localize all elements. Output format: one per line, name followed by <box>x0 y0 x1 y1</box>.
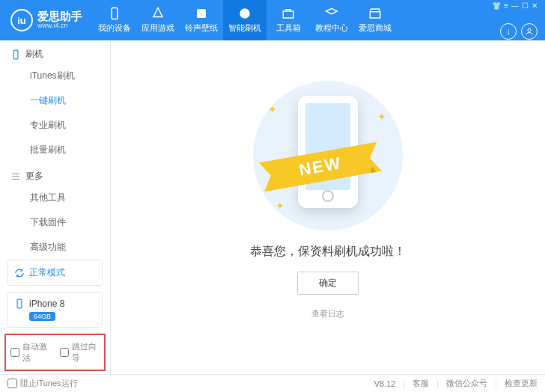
tutorial-icon <box>325 7 338 20</box>
success-illustration: ✦ ✦ ✦ NEW <box>253 81 403 230</box>
sidebar-item-pro-flash[interactable]: 专业刷机 <box>0 113 110 138</box>
logo[interactable]: iu 爱思助手 www.i4.cn <box>0 9 93 31</box>
sidebar-item-other-tools[interactable]: 其他工具 <box>0 186 110 210</box>
svg-rect-6 <box>13 50 18 59</box>
ringtone-icon <box>195 7 208 20</box>
phone-icon <box>108 7 121 20</box>
checkbox-input[interactable] <box>7 379 17 388</box>
close-icon[interactable]: ✕ <box>532 1 538 10</box>
nav-apps[interactable]: 应用游戏 <box>136 0 180 40</box>
section-title: 刷机 <box>25 48 43 61</box>
sidebar-section-more: 更多 <box>0 162 110 186</box>
wechat-link[interactable]: 微信公众号 <box>446 378 487 389</box>
version-label: V8.12 <box>374 379 396 388</box>
minimize-icon[interactable]: — <box>511 1 519 10</box>
nav-tutorial[interactable]: 教程中心 <box>310 0 353 40</box>
nav-label: 智能刷机 <box>228 22 261 34</box>
sidebar-section-flash: 刷机 <box>0 40 110 64</box>
refresh-icon <box>14 268 25 278</box>
app-name: 爱思助手 <box>37 10 82 23</box>
separator: | <box>403 379 405 388</box>
sidebar-item-advanced[interactable]: 高级功能 <box>0 235 110 254</box>
maximize-icon[interactable]: ☐ <box>522 1 529 10</box>
body: 刷机 iTunes刷机 一键刷机 专业刷机 批量刷机 更多 其他工具 下载固件 … <box>0 40 545 374</box>
flash-icon <box>238 7 252 20</box>
mode-label: 正常模式 <box>29 266 65 279</box>
header-right: 👕 ≡ — ☐ ✕ ↓ <box>492 1 545 40</box>
svg-rect-0 <box>112 8 118 19</box>
svg-rect-3 <box>283 11 293 18</box>
mode-switch[interactable]: 正常模式 <box>7 260 103 286</box>
sidebar-item-download-firmware[interactable]: 下载固件 <box>0 210 110 235</box>
ok-button[interactable]: 确定 <box>297 272 359 295</box>
section-title: 更多 <box>25 170 43 183</box>
checkbox-label: 自动激活 <box>22 341 51 364</box>
toolbox-icon <box>281 7 295 20</box>
apps-icon <box>151 7 165 20</box>
checkbox-label: 跳过向导 <box>72 341 100 364</box>
phone-icon <box>14 298 25 309</box>
skip-guide-checkbox[interactable]: 跳过向导 <box>60 341 100 364</box>
nav-label: 我的设备 <box>98 22 131 34</box>
window-controls: 👕 ≡ — ☐ ✕ <box>492 1 538 10</box>
logo-icon: iu <box>10 9 33 31</box>
nav-label: 铃声壁纸 <box>185 22 218 34</box>
user-button[interactable] <box>521 23 538 40</box>
checkbox-input[interactable] <box>60 348 69 357</box>
separator: | <box>436 379 439 388</box>
nav-label: 教程中心 <box>315 22 348 34</box>
checkbox-label: 阻止iTunes运行 <box>20 378 78 389</box>
svg-point-2 <box>240 8 250 19</box>
view-log-link[interactable]: 查看日志 <box>311 308 344 319</box>
highlight-box: 自动激活 跳过向导 <box>4 334 106 371</box>
nav-my-device[interactable]: 我的设备 <box>93 0 136 40</box>
svg-point-5 <box>528 28 531 31</box>
separator: | <box>495 379 497 388</box>
svg-rect-1 <box>197 9 206 18</box>
logo-text: 爱思助手 www.i4.cn <box>37 10 82 30</box>
content: ✦ ✦ ✦ NEW 恭喜您，保资料刷机成功啦！ 确定 查看日志 <box>111 40 545 374</box>
nav-label: 爱思商城 <box>359 22 392 34</box>
app-url: www.i4.cn <box>37 22 82 30</box>
nav-flash[interactable]: 智能刷机 <box>223 0 267 40</box>
header: iu 爱思助手 www.i4.cn 我的设备 应用游戏 铃声壁纸 智能刷机 工具… <box>0 0 545 40</box>
svg-rect-7 <box>17 299 22 308</box>
sidebar-item-oneclick-flash[interactable]: 一键刷机 <box>0 88 110 113</box>
menu-icon[interactable]: ≡ <box>504 1 508 10</box>
list-icon <box>10 171 21 182</box>
svg-rect-4 <box>370 12 380 18</box>
footer: 阻止iTunes运行 V8.12 | 客服 | 微信公众号 | 检查更新 <box>0 374 545 392</box>
nav-ringtone[interactable]: 铃声壁纸 <box>180 0 223 40</box>
sidebar: 刷机 iTunes刷机 一键刷机 专业刷机 批量刷机 更多 其他工具 下载固件 … <box>0 40 111 374</box>
nav-toolbox[interactable]: 工具箱 <box>267 0 310 40</box>
support-link[interactable]: 客服 <box>412 378 429 389</box>
device-name: iPhone 8 <box>29 298 64 309</box>
store-icon <box>368 7 382 20</box>
nav: 我的设备 应用游戏 铃声壁纸 智能刷机 工具箱 教程中心 爱思商城 <box>93 0 492 40</box>
nav-store[interactable]: 爱思商城 <box>353 0 397 40</box>
checkbox-input[interactable] <box>10 348 19 357</box>
auto-activate-checkbox[interactable]: 自动激活 <box>10 341 51 364</box>
download-button[interactable]: ↓ <box>500 23 517 40</box>
storage-badge: 64GB <box>29 312 55 321</box>
update-link[interactable]: 检查更新 <box>505 378 538 389</box>
phone-icon <box>10 49 21 60</box>
sidebar-item-batch-flash[interactable]: 批量刷机 <box>0 138 110 162</box>
sidebar-item-itunes-flash[interactable]: iTunes刷机 <box>0 64 110 88</box>
nav-label: 工具箱 <box>276 22 301 34</box>
skin-icon[interactable]: 👕 <box>492 1 501 10</box>
device-box[interactable]: iPhone 8 64GB <box>7 292 103 328</box>
success-message: 恭喜您，保资料刷机成功啦！ <box>250 244 406 260</box>
nav-label: 应用游戏 <box>141 22 174 34</box>
block-itunes-checkbox[interactable]: 阻止iTunes运行 <box>7 378 78 389</box>
